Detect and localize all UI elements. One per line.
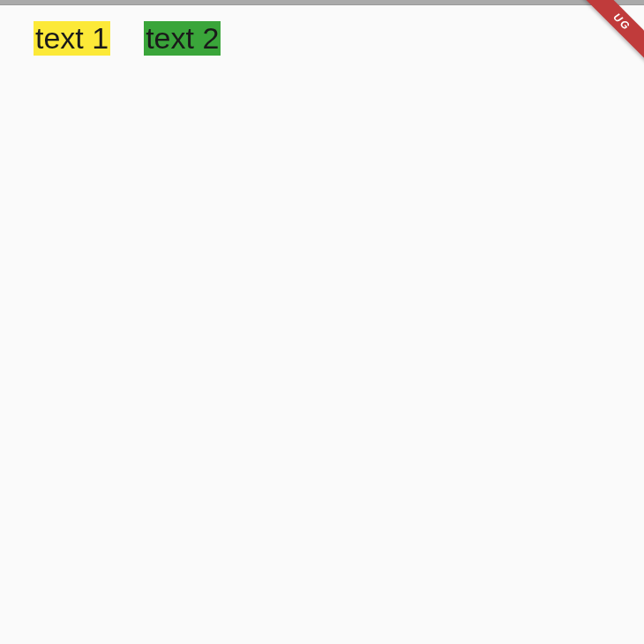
text-widget-2: text 2 [144,21,221,56]
text-widget-1: text 1 [34,21,110,56]
content-row: text 1 text 2 [0,5,644,71]
